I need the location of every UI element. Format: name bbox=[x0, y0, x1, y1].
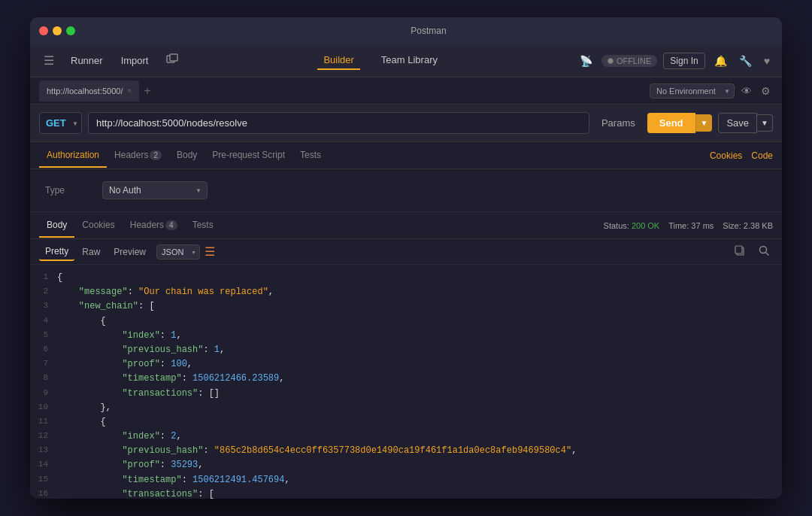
line-number: 12 bbox=[30, 429, 57, 444]
line-number: 6 bbox=[30, 343, 57, 357]
line-number: 10 bbox=[30, 401, 57, 415]
toolbar-center: Builder Team Library bbox=[190, 51, 570, 70]
line-content: "proof": 35293, bbox=[57, 458, 203, 472]
tab-pre-request[interactable]: Pre-request Script bbox=[205, 144, 292, 168]
json-line: 11 { bbox=[30, 415, 782, 429]
svg-rect-3 bbox=[735, 246, 742, 253]
resp-tab-tests[interactable]: Tests bbox=[185, 214, 221, 238]
runner-button[interactable]: Runner bbox=[65, 52, 109, 69]
json-line: 12 "index": 2, bbox=[30, 429, 782, 444]
line-content: "new_chain": [ bbox=[57, 299, 155, 314]
url-input[interactable] bbox=[88, 112, 589, 134]
line-number: 16 bbox=[30, 487, 57, 499]
method-select[interactable]: GET bbox=[39, 112, 82, 134]
line-content: { bbox=[57, 415, 106, 429]
pretty-button[interactable]: Pretty bbox=[39, 243, 74, 261]
line-number: 2 bbox=[30, 285, 57, 299]
save-button[interactable]: Save bbox=[718, 113, 757, 133]
title-bar: Postman bbox=[30, 17, 782, 44]
json-line: 2 "message": "Our chain was replaced", bbox=[30, 285, 782, 299]
line-content: "previous_hash": "865c2b8d654c4ecc0ff635… bbox=[57, 444, 577, 458]
line-content: "index": 1, bbox=[57, 329, 182, 343]
auth-select-wrap: No Auth bbox=[102, 181, 208, 199]
new-window-button[interactable] bbox=[160, 50, 184, 71]
time-label: Time: 37 ms bbox=[668, 221, 714, 230]
maximize-button[interactable] bbox=[66, 26, 75, 35]
line-content: "message": "Our chain was replaced", bbox=[57, 285, 274, 299]
tab-tests[interactable]: Tests bbox=[292, 144, 329, 168]
tab-close-button[interactable]: × bbox=[128, 87, 132, 95]
json-viewer[interactable]: 1{2 "message": "Our chain was replaced",… bbox=[30, 265, 782, 499]
send-button[interactable]: Send bbox=[647, 113, 695, 133]
window-title: Postman bbox=[84, 26, 773, 36]
params-button[interactable]: Params bbox=[595, 113, 641, 133]
json-line: 10 }, bbox=[30, 401, 782, 415]
resp-tab-cookies[interactable]: Cookies bbox=[74, 214, 122, 238]
bell-icon[interactable]: 🔔 bbox=[711, 52, 730, 70]
sign-in-button[interactable]: Sign In bbox=[663, 53, 704, 69]
line-number: 8 bbox=[30, 372, 57, 386]
line-number: 9 bbox=[30, 387, 57, 401]
traffic-lights bbox=[39, 26, 75, 35]
raw-button[interactable]: Raw bbox=[76, 244, 106, 260]
sidebar-toggle-icon[interactable]: ☰ bbox=[39, 50, 59, 71]
line-number: 3 bbox=[30, 299, 57, 314]
json-line: 15 "timestamp": 1506212491.457694, bbox=[30, 473, 782, 487]
line-number: 4 bbox=[30, 314, 57, 329]
response-tabs-bar: Body Cookies Headers4 Tests Status: 200 … bbox=[30, 212, 782, 239]
preview-button[interactable]: Preview bbox=[108, 244, 152, 260]
format-select[interactable]: JSON bbox=[156, 244, 200, 260]
save-button-wrap: Save ▼ bbox=[718, 113, 773, 133]
team-library-tab[interactable]: Team Library bbox=[375, 51, 444, 70]
code-link[interactable]: Code bbox=[751, 150, 773, 161]
line-content: "index": 2, bbox=[57, 429, 182, 444]
request-tabs: Authorization Headers2 Body Pre-request … bbox=[30, 142, 782, 169]
copy-button[interactable] bbox=[731, 243, 749, 260]
request-tab[interactable]: http://localhost:5000/ × bbox=[39, 80, 139, 102]
toolbar-left: ☰ Runner Import bbox=[39, 50, 184, 71]
heart-icon[interactable]: ♥ bbox=[761, 52, 773, 70]
main-toolbar: ☰ Runner Import Builder Team Library 📡 O… bbox=[30, 44, 782, 77]
new-tab-button[interactable]: + bbox=[144, 84, 150, 98]
json-line: 8 "timestamp": 1506212466.23589, bbox=[30, 372, 782, 386]
save-dropdown-button[interactable]: ▼ bbox=[757, 114, 773, 132]
new-window-icon bbox=[166, 53, 178, 65]
auth-type-select[interactable]: No Auth bbox=[102, 181, 208, 199]
method-selector-wrap: GET bbox=[39, 112, 82, 134]
json-line: 14 "proof": 35293, bbox=[30, 458, 782, 472]
json-line: 7 "proof": 100, bbox=[30, 357, 782, 372]
line-content: "previous_hash": 1, bbox=[57, 343, 225, 357]
size-value: 2.38 KB bbox=[744, 221, 773, 230]
env-dropdown[interactable]: No Environment bbox=[650, 83, 735, 99]
line-number: 11 bbox=[30, 415, 57, 429]
builder-tab[interactable]: Builder bbox=[317, 51, 359, 70]
line-number: 14 bbox=[30, 458, 57, 472]
tab-body[interactable]: Body bbox=[169, 144, 205, 168]
tab-headers[interactable]: Headers2 bbox=[107, 144, 169, 168]
import-button[interactable]: Import bbox=[115, 52, 155, 69]
env-eye-icon[interactable]: 👁 bbox=[739, 83, 754, 99]
send-dropdown-button[interactable]: ▼ bbox=[695, 114, 713, 132]
minimize-button[interactable] bbox=[53, 26, 62, 35]
resp-tab-body[interactable]: Body bbox=[39, 214, 74, 238]
offline-badge: OFFLINE bbox=[601, 55, 657, 67]
line-number: 13 bbox=[30, 444, 57, 458]
send-button-wrap: Send ▼ bbox=[647, 113, 713, 133]
search-button[interactable] bbox=[755, 243, 773, 260]
resp-tab-headers[interactable]: Headers4 bbox=[123, 214, 185, 238]
env-gear-icon[interactable]: ⚙ bbox=[759, 83, 773, 99]
json-line: 6 "previous_hash": 1, bbox=[30, 343, 782, 357]
wrench-icon[interactable]: 🔧 bbox=[736, 52, 755, 70]
copy-icon bbox=[734, 244, 746, 256]
cookies-link[interactable]: Cookies bbox=[710, 150, 742, 161]
tab-authorization[interactable]: Authorization bbox=[39, 144, 107, 168]
close-button[interactable] bbox=[39, 26, 48, 35]
format-icon[interactable]: ☰ bbox=[205, 244, 215, 259]
line-number: 1 bbox=[30, 271, 57, 285]
json-line: 3 "new_chain": [ bbox=[30, 299, 782, 314]
req-tab-right: Cookies Code bbox=[710, 150, 773, 161]
size-label: Size: 2.38 KB bbox=[723, 221, 773, 230]
line-content: { bbox=[57, 271, 62, 285]
satellite-icon[interactable]: 📡 bbox=[577, 52, 595, 70]
auth-section: Type No Auth bbox=[30, 169, 782, 212]
